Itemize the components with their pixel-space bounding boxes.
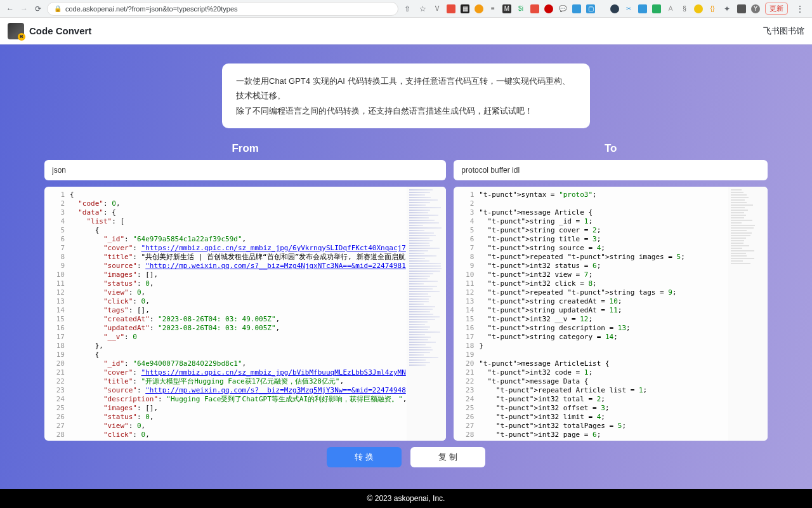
star-icon[interactable]: ☆	[417, 4, 428, 14]
to-code-content[interactable]: "t-punct">syntax = "proto3";"t-punct">me…	[479, 187, 728, 441]
ext-icon[interactable]: M	[502, 4, 511, 13]
ext-icon[interactable]: V	[433, 4, 442, 13]
to-title: To	[454, 142, 768, 155]
address-bar[interactable]: 🔒 code.askopenai.net/?from=json&to=types…	[47, 2, 398, 16]
from-minimap[interactable]	[407, 187, 446, 441]
browser-extensions: ⇧ ☆ V ▦ ≡ M $i 💬 ▢ ✂ A § {} ✦ Y 更新 ⋮	[402, 3, 807, 15]
lock-icon: 🔒	[54, 5, 62, 12]
footer-text: © 2023 askopenai, Inc.	[367, 494, 445, 503]
app-header: Code Convert 飞书图书馆	[0, 18, 812, 44]
ext-icon[interactable]: ▢	[586, 4, 595, 13]
from-gutter: 1234567891011121314151617181920212223242…	[44, 187, 70, 441]
ext-icon[interactable]: §	[680, 4, 689, 13]
avatar-icon[interactable]: Y	[751, 4, 760, 13]
from-title: From	[44, 142, 446, 155]
ext-icon[interactable]: {}	[708, 4, 717, 13]
ext-icon[interactable]: ✂	[624, 4, 633, 13]
browser-chrome: ← → ⟳ 🔒 code.askopenai.net/?from=json&to…	[0, 0, 812, 18]
main-content: 一款使用Chat GPT4 实现的AI 代码转换工具，支持任意语言代码互转，一键…	[0, 44, 812, 489]
description-line1: 一款使用Chat GPT4 实现的AI 代码转换工具，支持任意语言代码互转，一键…	[236, 74, 576, 104]
to-language-input[interactable]	[454, 160, 768, 180]
from-code-content[interactable]: { "code": 0, "data": { "list": [ { "_id"…	[70, 187, 407, 441]
ext-icon[interactable]	[638, 4, 647, 13]
ext-icon[interactable]	[530, 4, 539, 13]
footer: © 2023 askopenai, Inc.	[0, 489, 812, 508]
to-panel: To 1234567891011121314151617181920212223…	[454, 142, 768, 441]
browser-menu-icon[interactable]: ⋮	[793, 4, 807, 14]
from-code-editor[interactable]: 1234567891011121314151617181920212223242…	[44, 187, 446, 441]
ext-icon[interactable]: 💬	[558, 4, 567, 13]
convert-button[interactable]: 转 换	[327, 447, 402, 467]
copy-button[interactable]: 复 制	[410, 447, 485, 467]
ext-icon[interactable]	[610, 4, 619, 13]
description-line2: 除了不同编程语言之间的代码转换，还支持自然语言描述生成代码，赶紧试试吧！	[236, 104, 576, 118]
action-row: 转 换 复 制	[0, 447, 812, 467]
forward-icon[interactable]: →	[19, 4, 29, 14]
extensions-icon[interactable]: ✦	[722, 4, 732, 14]
ext-icon[interactable]	[572, 4, 581, 13]
ext-icon[interactable]	[544, 4, 553, 13]
reload-icon[interactable]: ⟳	[33, 4, 43, 14]
to-minimap[interactable]	[728, 187, 768, 441]
browser-update-button[interactable]: 更新	[765, 3, 788, 15]
from-panel: From 12345678910111213141516171819202122…	[44, 142, 446, 441]
ext-icon[interactable]	[447, 4, 455, 13]
from-language-input[interactable]	[44, 160, 446, 180]
ext-icon[interactable]	[652, 4, 661, 13]
app-logo-icon	[8, 23, 24, 39]
share-icon[interactable]: ⇧	[402, 4, 412, 14]
to-code-editor[interactable]: 1234567891011121314151617181920212223242…	[454, 187, 768, 441]
ext-icon[interactable]: ≡	[488, 4, 497, 13]
library-link[interactable]: 飞书图书馆	[763, 25, 804, 37]
description-box: 一款使用Chat GPT4 实现的AI 代码转换工具，支持任意语言代码互转，一键…	[222, 64, 590, 128]
ext-icon[interactable]	[737, 4, 746, 13]
ext-icon[interactable]	[694, 4, 703, 13]
back-icon[interactable]: ←	[5, 4, 15, 14]
ext-icon[interactable]: $i	[516, 4, 525, 13]
ext-icon[interactable]: A	[666, 4, 675, 13]
ext-icon[interactable]: ▦	[461, 4, 469, 13]
ext-icon[interactable]	[475, 4, 483, 13]
to-gutter: 1234567891011121314151617181920212223242…	[454, 187, 479, 441]
url-text: code.askopenai.net/?from=json&to=typescr…	[65, 5, 238, 13]
app-title: Code Convert	[29, 25, 91, 36]
